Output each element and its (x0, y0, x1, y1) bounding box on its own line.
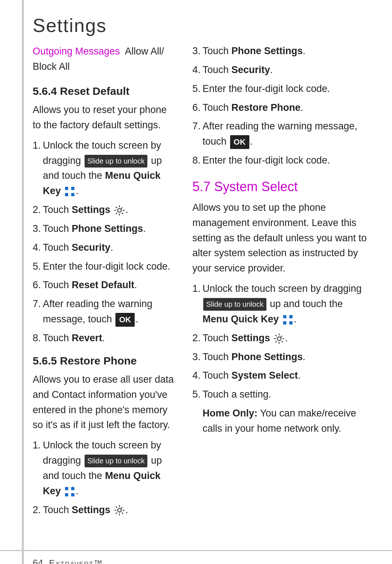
menu-quick-key-icon-565 (64, 486, 75, 497)
svg-rect-0 (65, 187, 68, 190)
step-565r-3: 3. Touch Phone Settings. (192, 44, 370, 59)
svg-rect-3 (71, 193, 74, 196)
section-564-steps: 1. Unlock the touch screen by dragging S… (33, 138, 174, 346)
step-57-2: 2. Touch Settings . (192, 331, 370, 346)
svg-rect-1 (71, 187, 74, 190)
section-57-body: Allows you to set up the phone managemen… (192, 200, 370, 276)
svg-rect-6 (71, 487, 74, 490)
svg-rect-13 (289, 321, 293, 325)
svg-point-9 (118, 508, 121, 512)
page: Settings Outgoing Messages Allow All/ Bl… (0, 0, 392, 564)
page-title: Settings (33, 15, 367, 36)
svg-rect-7 (65, 493, 68, 496)
content-columns: Outgoing Messages Allow All/ Block All 5… (0, 44, 392, 550)
step-565r-8: 8. Enter the four-digit lock code. (192, 153, 370, 168)
left-accent-bar (22, 0, 24, 564)
home-only-block: Home Only: You can make/receive calls in… (192, 406, 370, 436)
slide-badge-565: Slide up to unlock (85, 455, 148, 467)
menu-quick-key-icon (64, 186, 75, 197)
section-565-continued: 3. Touch Phone Settings. 4. Touch Securi… (192, 44, 370, 168)
section-564-body: Allows you to reset your phone to the fa… (33, 102, 174, 133)
svg-rect-5 (65, 487, 68, 490)
settings-gear-icon (114, 205, 125, 216)
step-565r-6: 6. Touch Restore Phone. (192, 100, 370, 116)
section-565: 5.6.5 Restore Phone Allows you to erase … (33, 355, 174, 518)
step-57-5: 5. Touch a setting. (192, 387, 370, 402)
step-564-1: 1. Unlock the touch screen by dragging S… (33, 138, 174, 199)
slide-badge-57: Slide up to unlock (203, 298, 266, 311)
page-header: Settings (0, 0, 392, 44)
page-footer: 64 Extravert™ (0, 550, 392, 564)
step-564-4: 4. Touch Security. (33, 240, 174, 255)
step-564-6: 6. Touch Reset Default. (33, 278, 174, 293)
section-564-heading: 5.6.4 Reset Default (33, 85, 174, 97)
outgoing-messages-block: Outgoing Messages Allow All/ Block All (33, 44, 174, 74)
ok-badge: OK (115, 313, 135, 327)
svg-rect-10 (283, 315, 286, 318)
step-57-1: 1. Unlock the touch screen by dragging S… (192, 281, 370, 327)
step-565-1: 1. Unlock the touch screen by dragging S… (33, 438, 174, 499)
home-only-label: Home Only: (203, 408, 258, 419)
step-564-5: 5. Enter the four-digit lock code. (33, 259, 174, 274)
step-565r-5: 5. Enter the four-digit lock code. (192, 81, 370, 97)
step-564-3: 3. Touch Phone Settings. (33, 221, 174, 237)
outgoing-messages-label: Outgoing Messages (33, 46, 120, 57)
left-column: Outgoing Messages Allow All/ Block All 5… (0, 44, 185, 521)
step-565r-4: 4. Touch Security. (192, 63, 370, 78)
section-565-right-steps: 3. Touch Phone Settings. 4. Touch Securi… (192, 44, 370, 168)
ok-badge-565r: OK (230, 135, 249, 149)
step-564-8: 8. Touch Revert. (33, 331, 174, 346)
step-565-2: 2. Touch Settings . (33, 503, 174, 518)
settings-gear-icon-57 (274, 333, 285, 344)
footer-brand: Extravert™ (49, 558, 103, 564)
step-564-7: 7. After reading the warning message, to… (33, 297, 174, 327)
section-564: 5.6.4 Reset Default Allows you to reset … (33, 85, 174, 346)
step-564-2: 2. Touch Settings . (33, 202, 174, 218)
step-57-4: 4. Touch System Select. (192, 368, 370, 383)
section-57-steps: 1. Unlock the touch screen by dragging S… (192, 281, 370, 402)
menu-quick-key-icon-57 (282, 314, 293, 325)
section-565-body: Allows you to erase all user data and Co… (33, 372, 174, 433)
svg-rect-11 (289, 315, 293, 318)
right-column: 3. Touch Phone Settings. 4. Touch Securi… (185, 44, 392, 521)
step-57-3: 3. Touch Phone Settings. (192, 350, 370, 365)
svg-rect-8 (71, 493, 74, 496)
svg-rect-2 (65, 193, 68, 196)
section-57-heading: 5.7 System Select (192, 179, 370, 194)
svg-point-14 (277, 337, 281, 341)
svg-point-4 (118, 209, 121, 212)
settings-gear-icon-565 (114, 505, 125, 516)
step-565r-7: 7. After reading the warning message, to… (192, 119, 370, 149)
slide-badge: Slide up to unlock (85, 155, 148, 168)
section-565-steps: 1. Unlock the touch screen by dragging S… (33, 438, 174, 517)
section-57: 5.7 System Select Allows you to set up t… (192, 179, 370, 436)
svg-rect-12 (283, 321, 286, 325)
menu-quick-key-label: Menu Quick Key (43, 170, 160, 196)
section-565-heading: 5.6.5 Restore Phone (33, 355, 174, 367)
footer-page-number: 64 (33, 557, 43, 564)
